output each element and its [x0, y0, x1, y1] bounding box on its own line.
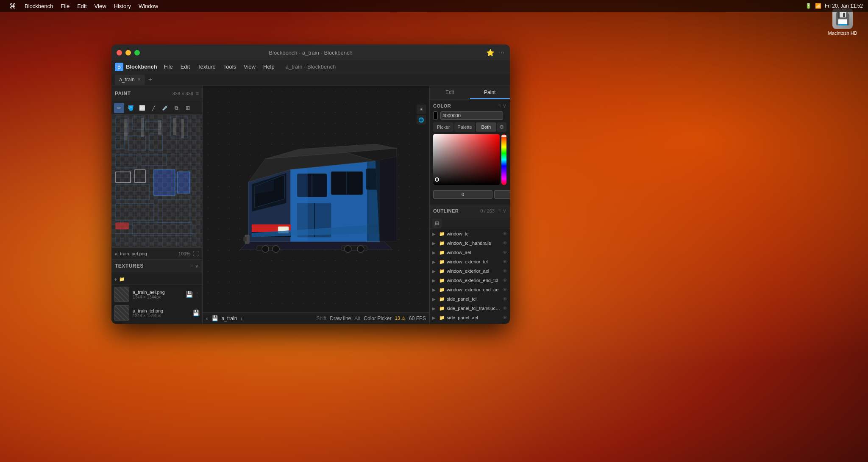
outliner-item-window-exterior-end-tcl[interactable]: ▶ 📁 window_exterior_end_tcl 👁	[430, 276, 510, 285]
visibility-icon[interactable]: 👁	[503, 259, 507, 264]
visibility-icon[interactable]: 👁	[503, 306, 507, 311]
color-hex-input[interactable]	[440, 111, 503, 120]
tab-settings-gear[interactable]: ⚙	[497, 122, 506, 132]
folder-icon: 📁	[439, 259, 445, 265]
tab-palette[interactable]: Palette	[454, 122, 475, 132]
visibility-icon[interactable]: 👁	[503, 241, 507, 246]
color-header-icons: ≡ ∨	[498, 103, 506, 109]
visibility-icon[interactable]: 👁	[503, 268, 507, 274]
outliner-tool-1[interactable]: ⊞	[432, 219, 442, 228]
menu-texture[interactable]: Texture	[194, 63, 219, 71]
menubar-view[interactable]: View	[91, 2, 110, 10]
visibility-icon[interactable]: 👁	[503, 231, 507, 236]
outliner-item-window-exterior-ael[interactable]: ▶ 📁 window_exterior_ael 👁	[430, 266, 510, 276]
tool-line[interactable]: ╱	[148, 103, 159, 113]
desktop-hd-icon[interactable]: 💾 Macintosh HD	[826, 8, 860, 36]
visibility-icon[interactable]: 👁	[503, 278, 507, 283]
texture-fit-icon[interactable]: ⛶	[193, 250, 199, 257]
svg-point-50	[273, 246, 279, 252]
outliner-collapse-icon[interactable]: ∨	[503, 208, 506, 214]
tool-copy[interactable]: ⧉	[171, 103, 181, 113]
app-window: Blockbench - a_train - Blockbench ⭐ ⋯ B …	[111, 44, 510, 324]
hue-slider[interactable]	[501, 134, 506, 185]
svg-rect-59	[243, 237, 247, 241]
tool-fill[interactable]: 🪣	[125, 103, 136, 113]
texture-save-tcl-icon[interactable]: 💾	[192, 310, 200, 316]
more-icon[interactable]: ⋯	[498, 49, 505, 57]
tab-both[interactable]: Both	[476, 122, 496, 132]
view-icon-globe[interactable]: 🌐	[417, 115, 426, 124]
outliner-item-side-panel-ael-translucent[interactable]: ▶ 📁 side_panel_ael_translucent 👁	[430, 322, 510, 324]
app-menu-items: File Edit Texture Tools View Help	[161, 63, 278, 71]
visibility-icon[interactable]: 👁	[503, 250, 507, 255]
visibility-icon[interactable]: 👁	[503, 287, 507, 292]
outliner-item-window-tcl-handrails[interactable]: ▶ 📁 window_tcl_handrails 👁	[430, 238, 510, 248]
tool-eyedropper[interactable]: 💉	[160, 103, 170, 113]
outliner-item-side-panel-tcl[interactable]: ▶ 📁 side_panel_tcl 👁	[430, 294, 510, 304]
textures-menu-icon[interactable]: ≡	[190, 263, 193, 269]
maximize-button[interactable]	[134, 50, 140, 55]
color-collapse-icon[interactable]: ∨	[503, 103, 506, 109]
outliner-item-side-panel-ael[interactable]: ▶ 📁 side_panel_ael 👁	[430, 313, 510, 322]
menubar-battery: 🔋	[805, 3, 812, 9]
menubar-time: Fri 20. Jan 11:52	[825, 3, 863, 9]
alt-label: Alt	[354, 315, 360, 321]
color-gradient-area[interactable]	[433, 134, 500, 185]
red-channel-input[interactable]	[433, 190, 492, 199]
color-menu-icon[interactable]: ≡	[498, 103, 501, 109]
close-button[interactable]	[117, 50, 122, 55]
tab-close-icon[interactable]: ✕	[137, 77, 141, 82]
app-name: Blockbench	[126, 64, 157, 70]
apple-menu[interactable]: ⌘	[5, 1, 20, 11]
item-name: window_tcl_handrails	[447, 241, 501, 246]
paint-menu-icon[interactable]: ≡	[196, 91, 199, 97]
svg-point-49	[262, 246, 269, 252]
texture-item-tcl[interactable]: a_train_tcl.png 1344 × 1344px 💾	[111, 304, 202, 322]
tab-paint[interactable]: Paint	[470, 86, 510, 99]
minimize-button[interactable]	[125, 50, 131, 55]
menubar-window[interactable]: Window	[135, 2, 161, 10]
outliner-item-side-panel-tcl-translucent[interactable]: ▶ 📁 side_panel_tcl_translucent 👁	[430, 304, 510, 313]
green-channel-input[interactable]	[494, 190, 510, 199]
outliner-item-window-tcl[interactable]: ▶ 📁 window_tcl 👁	[430, 229, 510, 238]
outliner-toolbar: ⊞	[430, 217, 510, 229]
texture-folder-icon[interactable]: 📁	[119, 277, 125, 282]
viewport-prev-button[interactable]: ‹	[206, 315, 208, 322]
outliner-item-window-exterior-tcl[interactable]: ▶ 📁 window_exterior_tcl 👁	[430, 257, 510, 266]
texture-item-ael[interactable]: a_train_ael.png 1344 × 1344px 💾 ⋮	[111, 285, 202, 304]
tab-a-train[interactable]: a_train ✕	[115, 75, 145, 85]
tool-pencil[interactable]: ✏	[114, 103, 124, 113]
outliner-menu-icon[interactable]: ≡	[498, 208, 501, 214]
view-icon-sun[interactable]: ☀	[417, 105, 426, 114]
texture-size-tcl: 1344 × 1344px	[133, 313, 189, 318]
tool-grid[interactable]: ⊞	[183, 103, 193, 113]
menu-view[interactable]: View	[240, 63, 259, 71]
viewport-next-button[interactable]: ›	[240, 315, 242, 322]
tab-add-button[interactable]: +	[147, 76, 154, 83]
tab-picker[interactable]: Picker	[433, 122, 453, 132]
texture-more-icon[interactable]: ⋮	[195, 291, 200, 298]
viewport-3d-area[interactable]	[203, 86, 429, 312]
texture-save-icon[interactable]: 💾	[186, 291, 193, 298]
menubar-file[interactable]: File	[57, 2, 73, 10]
left-panel: PAINT 336 × 336 ≡ ✏ 🪣 ⬜ ╱ 💉 ⧉ ⊞	[111, 86, 203, 324]
tool-eraser[interactable]: ⬜	[137, 103, 147, 113]
star-icon[interactable]: ⭐	[486, 49, 495, 57]
tab-edit[interactable]: Edit	[430, 86, 470, 99]
menu-file[interactable]: File	[161, 63, 176, 71]
menu-tools[interactable]: Tools	[220, 63, 239, 71]
menu-edit[interactable]: Edit	[177, 63, 193, 71]
visibility-icon[interactable]: 👁	[503, 296, 507, 302]
viewport-save-icon[interactable]: 💾	[211, 315, 218, 321]
viewport[interactable]: ✏ 🪣 ■ ◧ ↗ ⇄ ⧉ Default ▾ ◉	[203, 86, 429, 324]
menu-help[interactable]: Help	[260, 63, 278, 71]
outliner-item-window-exterior-end-ael[interactable]: ▶ 📁 window_exterior_end_ael 👁	[430, 285, 510, 294]
menubar-history[interactable]: History	[111, 2, 134, 10]
menubar-edit[interactable]: Edit	[74, 2, 90, 10]
svg-rect-24	[181, 119, 184, 138]
menubar-app-name[interactable]: Blockbench	[21, 2, 56, 10]
texture-add-icon[interactable]: +	[114, 276, 117, 282]
visibility-icon[interactable]: 👁	[503, 315, 507, 320]
textures-collapse-icon[interactable]: ∨	[195, 263, 199, 269]
outliner-item-window-ael[interactable]: ▶ 📁 window_ael 👁	[430, 248, 510, 257]
